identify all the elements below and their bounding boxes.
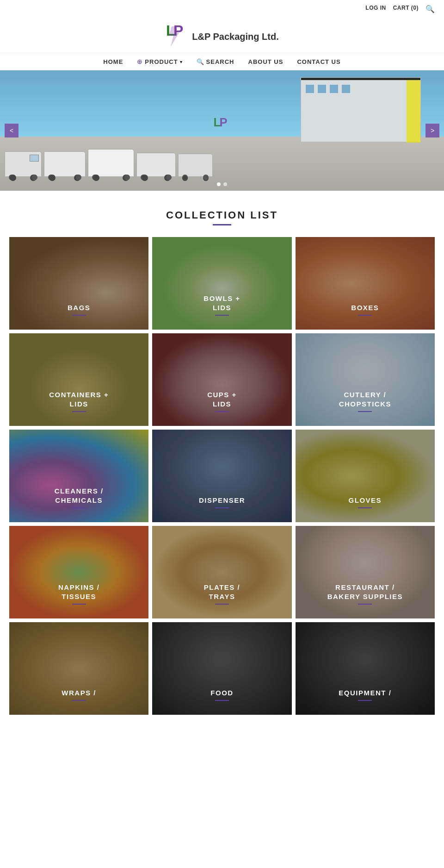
nav-product-link[interactable]: PRODUCT bbox=[145, 58, 178, 65]
collection-item-label-wraps: WRAPS / bbox=[9, 688, 148, 701]
collection-item-restaurant[interactable]: RESTAURANT /BAKERY SUPPLIES bbox=[296, 526, 435, 618]
collection-item-napkins[interactable]: NAPKINS /TISSUES bbox=[9, 526, 148, 618]
chevron-down-icon: ▾ bbox=[180, 59, 183, 64]
collection-item-bg-cups bbox=[152, 333, 291, 426]
hero-next-button[interactable]: > bbox=[426, 124, 439, 137]
collection-item-bg-cutlery bbox=[296, 333, 435, 426]
collection-item-label-bowls: BOWLS +LIDS bbox=[152, 294, 291, 316]
collection-title-underline bbox=[213, 224, 231, 225]
collection-item-bg-bags bbox=[9, 237, 148, 330]
collection-item-bg-boxes bbox=[296, 237, 435, 330]
collection-item-label-plates: PLATES /TRAYS bbox=[152, 583, 291, 605]
nav-product[interactable]: ⊕ PRODUCT ▾ bbox=[137, 58, 182, 65]
collection-item-bowls[interactable]: BOWLS +LIDS bbox=[152, 237, 291, 330]
collection-item-containers[interactable]: CONTAINERS +LIDS bbox=[9, 333, 148, 426]
collection-item-label-gloves: GLOVES bbox=[296, 496, 435, 509]
logo-icon: L P bbox=[165, 23, 188, 50]
collection-item-bg-containers bbox=[9, 333, 148, 426]
collection-item-bg-wraps bbox=[9, 622, 148, 715]
collection-item-label-containers: CONTAINERS +LIDS bbox=[9, 390, 148, 412]
cart-link[interactable]: CART (0) bbox=[393, 5, 419, 13]
logo-text: L&P Packaging Ltd. bbox=[192, 31, 278, 42]
collection-item-cups[interactable]: CUPS +LIDS bbox=[152, 333, 291, 426]
collection-item-label-equipment: EQUIPMENT / bbox=[296, 688, 435, 701]
collection-item-bg-plates bbox=[152, 526, 291, 618]
search-nav-icon: 🔍 bbox=[197, 58, 204, 65]
collection-item-label-dispenser: DISPENSER bbox=[152, 496, 291, 509]
hero-image: L P bbox=[0, 70, 444, 191]
collection-item-cutlery[interactable]: CUTLERY /CHOPSTICKS bbox=[296, 333, 435, 426]
nav-search[interactable]: 🔍 SEARCH bbox=[197, 58, 234, 65]
nav-contact[interactable]: CONTACT US bbox=[297, 58, 340, 65]
hero-dots bbox=[217, 182, 227, 186]
collection-item-label-cups: CUPS +LIDS bbox=[152, 390, 291, 412]
nav-home[interactable]: HOME bbox=[103, 58, 123, 65]
collection-item-wraps[interactable]: WRAPS / bbox=[9, 622, 148, 715]
collection-item-bg-dispenser bbox=[152, 430, 291, 522]
collection-item-equipment[interactable]: EQUIPMENT / bbox=[296, 622, 435, 715]
logo-area: L P L&P Packaging Ltd. bbox=[0, 18, 444, 53]
collection-item-bags[interactable]: BAGS bbox=[9, 237, 148, 330]
logo[interactable]: L P L&P Packaging Ltd. bbox=[165, 23, 278, 50]
hero-dot-2[interactable] bbox=[223, 182, 227, 186]
collection-item-label-bags: BAGS bbox=[9, 303, 148, 316]
collection-item-label-cleaners: CLEANERS /CHEMICALS bbox=[9, 487, 148, 508]
collection-item-label-food: FOOD bbox=[152, 688, 291, 701]
nav-about[interactable]: ABOUT US bbox=[248, 58, 284, 65]
svg-text:P: P bbox=[219, 116, 227, 129]
collection-item-bg-equipment bbox=[296, 622, 435, 715]
collection-item-label-restaurant: RESTAURANT /BAKERY SUPPLIES bbox=[296, 583, 435, 605]
collection-item-bg-cleaners bbox=[9, 430, 148, 522]
collection-section: COLLECTION LIST BAGS BOWLS +LIDS BOXES C… bbox=[0, 191, 444, 724]
nav-search-link[interactable]: SEARCH bbox=[206, 58, 234, 65]
product-icon: ⊕ bbox=[137, 58, 143, 65]
collection-title: COLLECTION LIST bbox=[9, 209, 435, 221]
collection-item-gloves[interactable]: GLOVES bbox=[296, 430, 435, 522]
collection-item-plates[interactable]: PLATES /TRAYS bbox=[152, 526, 291, 618]
collection-item-bg-food bbox=[152, 622, 291, 715]
login-link[interactable]: LOG IN bbox=[365, 5, 386, 13]
hero-dot-1[interactable] bbox=[217, 182, 221, 186]
collection-item-label-napkins: NAPKINS /TISSUES bbox=[9, 583, 148, 605]
hero-logo-overlay: L P bbox=[213, 116, 231, 140]
collection-item-boxes[interactable]: BOXES bbox=[296, 237, 435, 330]
collection-item-dispenser[interactable]: DISPENSER bbox=[152, 430, 291, 522]
collection-grid: BAGS BOWLS +LIDS BOXES CONTAINERS +LIDS … bbox=[9, 237, 435, 715]
collection-item-bg-gloves bbox=[296, 430, 435, 522]
collection-item-cleaners[interactable]: CLEANERS /CHEMICALS bbox=[9, 430, 148, 522]
hero-prev-button[interactable]: < bbox=[5, 124, 18, 137]
collection-item-bg-restaurant bbox=[296, 526, 435, 618]
truck-row bbox=[5, 149, 213, 177]
header-links: LOG IN CART (0) 🔍 bbox=[365, 5, 435, 13]
collection-item-label-boxes: BOXES bbox=[296, 303, 435, 316]
collection-item-bg-bowls bbox=[152, 237, 291, 330]
header-top: LOG IN CART (0) 🔍 bbox=[0, 0, 444, 18]
collection-item-bg-napkins bbox=[9, 526, 148, 618]
hero-slider: L P bbox=[0, 70, 444, 191]
search-icon-top[interactable]: 🔍 bbox=[426, 5, 435, 13]
collection-item-label-cutlery: CUTLERY /CHOPSTICKS bbox=[296, 390, 435, 412]
collection-item-food[interactable]: FOOD bbox=[152, 622, 291, 715]
main-nav: HOME ⊕ PRODUCT ▾ 🔍 SEARCH ABOUT US CONTA… bbox=[0, 53, 444, 70]
